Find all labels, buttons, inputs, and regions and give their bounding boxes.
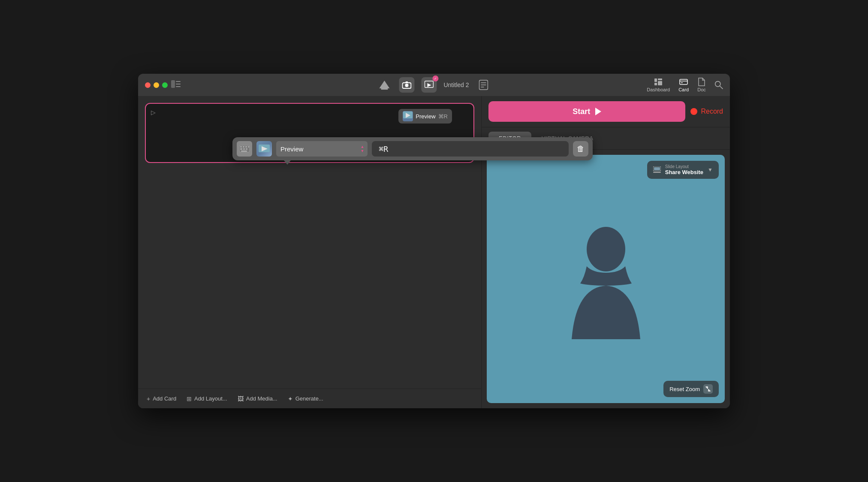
chevron-down-icon: ▼ — [708, 167, 713, 173]
preview-badge-icon — [403, 111, 413, 121]
nav-dashboard-label: Dashboard — [647, 87, 670, 92]
nav-dashboard[interactable]: Dashboard — [647, 78, 670, 92]
generate-button[interactable]: ✦ Generate... — [288, 395, 323, 402]
nav-doc[interactable]: Doc — [697, 78, 706, 92]
popup-select-text[interactable]: Preview — [276, 141, 368, 157]
maximize-button[interactable] — [162, 82, 168, 88]
svg-rect-26 — [240, 148, 242, 150]
bottom-toolbar: + Add Card ⊞ Add Layout... 🖼 Add Media..… — [138, 389, 481, 408]
svg-rect-13 — [658, 78, 662, 80]
slide-layout-value: Share Website — [665, 169, 703, 175]
start-button[interactable]: Start — [488, 101, 685, 122]
svg-rect-28 — [246, 148, 247, 150]
svg-rect-16 — [680, 79, 687, 84]
nav-doc-label: Doc — [697, 87, 706, 92]
notes-icon[interactable] — [476, 77, 491, 93]
add-card-button[interactable]: + Add Card — [147, 395, 176, 402]
window-title: Untitled 2 — [443, 81, 469, 88]
right-top: Start Record — [482, 96, 730, 127]
svg-rect-15 — [658, 81, 662, 85]
svg-rect-35 — [653, 172, 661, 173]
start-label: Start — [573, 107, 590, 116]
popup-select-wrapper[interactable]: Preview ▲ ▼ — [276, 141, 368, 157]
svg-rect-27 — [243, 148, 245, 150]
plus-icon: + — [147, 395, 150, 402]
preview-badge-label: Preview — [416, 113, 435, 120]
check-icon: ✓ — [434, 77, 437, 81]
svg-line-20 — [720, 86, 723, 89]
record-button[interactable]: Record — [690, 108, 723, 115]
svg-rect-2 — [176, 84, 181, 84]
svg-rect-14 — [654, 83, 657, 85]
svg-rect-34 — [654, 167, 660, 170]
camera-preview: Slide Layout Share Website ▼ Reset Zoom — [487, 155, 725, 403]
camera-icon-btn[interactable] — [399, 77, 414, 93]
add-media-label: Add Media... — [246, 395, 277, 402]
delete-shortcut-button[interactable]: 🗑 — [573, 141, 588, 157]
stepper-arrows[interactable]: ▲ ▼ — [360, 145, 364, 153]
minimize-button[interactable] — [154, 82, 159, 88]
person-silhouette — [559, 219, 653, 339]
titlebar-center: ✓ Untitled 2 — [377, 77, 491, 93]
nav-card[interactable]: Card — [678, 78, 689, 92]
generate-icon: ✦ — [288, 395, 293, 402]
svg-rect-1 — [176, 81, 181, 82]
slide-layout-info: Slide Layout Share Website — [665, 164, 703, 175]
camera-wrapper: ✓ — [421, 77, 437, 93]
shortcut-display: ⌘R — [372, 141, 569, 157]
add-layout-label: Add Layout... — [194, 395, 227, 402]
svg-rect-3 — [176, 86, 181, 87]
add-layout-button[interactable]: ⊞ Add Layout... — [187, 395, 227, 402]
present-badge: ✓ — [432, 75, 438, 81]
traffic-lights — [145, 82, 168, 88]
slide-layout-label: Slide Layout — [665, 164, 689, 169]
svg-rect-22 — [240, 146, 242, 148]
nav-card-label: Card — [678, 87, 689, 92]
svg-point-5 — [405, 84, 408, 87]
main-window: ✓ Untitled 2 D — [138, 74, 730, 408]
reset-zoom-label: Reset Zoom — [669, 386, 700, 392]
popup-keyboard-icon — [237, 141, 252, 157]
svg-rect-25 — [248, 146, 249, 148]
shortcut-popup: Preview ▲ ▼ ⌘R 🗑 — [232, 137, 593, 160]
svg-rect-24 — [245, 146, 247, 148]
teleprompter-icon[interactable] — [377, 77, 392, 93]
preview-badge: Preview ⌘R — [398, 109, 452, 124]
svg-point-32 — [587, 227, 625, 271]
search-icon[interactable] — [714, 81, 723, 89]
media-icon: 🖼 — [238, 395, 244, 402]
reset-zoom-icon — [703, 384, 713, 394]
start-play-icon — [595, 108, 601, 115]
svg-rect-23 — [243, 146, 244, 148]
add-media-button[interactable]: 🖼 Add Media... — [238, 395, 277, 402]
add-card-label: Add Card — [153, 395, 176, 402]
titlebar-left — [145, 80, 181, 90]
generate-label: Generate... — [295, 395, 323, 402]
preview-badge-shortcut: ⌘R — [438, 113, 448, 120]
record-dot-icon — [690, 108, 697, 115]
sidebar-toggle[interactable] — [171, 80, 181, 90]
layout-icon: ⊞ — [187, 395, 192, 402]
svg-rect-29 — [241, 151, 247, 152]
reset-zoom-button[interactable]: Reset Zoom — [663, 381, 719, 397]
close-button[interactable] — [145, 82, 151, 88]
titlebar: ✓ Untitled 2 D — [138, 74, 730, 96]
slide-layout-button[interactable]: Slide Layout Share Website ▼ — [647, 161, 719, 179]
svg-rect-12 — [654, 78, 657, 82]
popup-preview-icon — [256, 141, 272, 157]
svg-rect-0 — [171, 80, 175, 88]
svg-rect-4 — [381, 88, 388, 90]
record-label: Record — [701, 108, 723, 115]
titlebar-right: Dashboard Card Doc — [647, 78, 723, 92]
